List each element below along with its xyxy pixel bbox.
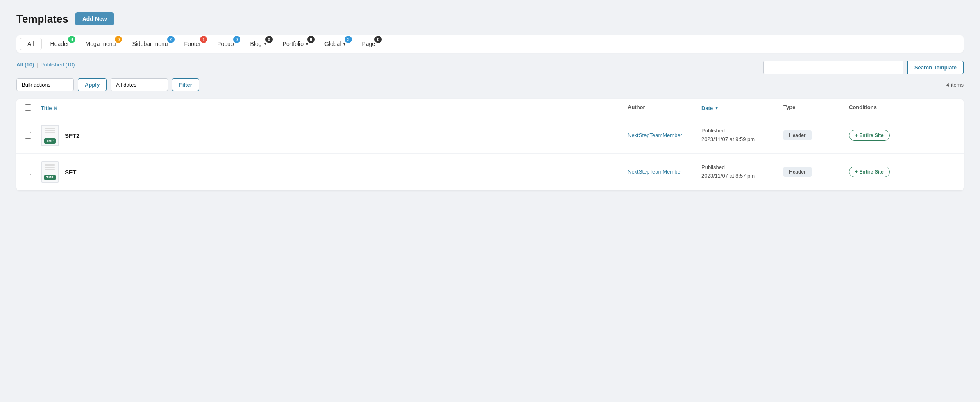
tab-badge-portfolio: 0 (307, 36, 315, 43)
tab-header[interactable]: Header4 (43, 38, 77, 50)
author-cell: NextStepTeamMember (628, 131, 701, 139)
add-new-button[interactable]: Add New (75, 12, 114, 25)
tab-sidebar-menu[interactable]: Sidebar menu2 (124, 38, 175, 50)
chevron-down-icon: ▾ (264, 42, 266, 46)
column-date[interactable]: Date ▼ (701, 104, 783, 112)
tab-badge-global: 3 (345, 36, 352, 43)
tab-label-blog: Blog (250, 41, 262, 47)
select-all-checkbox[interactable] (25, 104, 31, 111)
tab-label-footer: Footer (184, 41, 201, 47)
table-container: Title ⇅ Author Date ▼ Type Conditions TM… (16, 99, 964, 190)
tab-label-mega-menu: Mega menu (85, 41, 116, 47)
tabs-bar: AllHeader4Mega menu0Sidebar menu2Footer1… (16, 35, 964, 53)
column-conditions: Conditions (849, 104, 955, 112)
conditions-cell: + Entire Site (849, 130, 955, 141)
tab-badge-mega-menu: 0 (115, 36, 122, 43)
date-cell: Published 2023/11/07 at 9:59 pm (701, 127, 783, 144)
tab-label-portfolio: Portfolio (283, 41, 304, 47)
row-status: Published (701, 163, 783, 172)
apply-button[interactable]: Apply (78, 78, 107, 91)
type-badge: Header (783, 167, 812, 177)
author-link[interactable]: NextStepTeamMember (628, 132, 682, 138)
row-checkbox-cell (25, 169, 41, 175)
author-link[interactable]: NextStepTeamMember (628, 169, 682, 175)
row-checkbox-cell (25, 132, 41, 139)
chevron-down-icon: ▾ (306, 42, 308, 46)
row-title: SFT2 (65, 132, 80, 139)
conditions-cell: + Entire Site (849, 167, 955, 177)
title-cell: TMP SFT2 (41, 125, 628, 146)
chevron-down-icon: ▾ (343, 42, 345, 46)
tab-blog[interactable]: Blog ▾0 (243, 38, 274, 50)
condition-badge[interactable]: + Entire Site (849, 130, 890, 141)
date-sort-icon: ▼ (715, 106, 719, 110)
table-header: Title ⇅ Author Date ▼ Type Conditions (16, 99, 964, 117)
tab-global[interactable]: Global ▾3 (317, 38, 353, 50)
header-checkbox-cell (25, 104, 41, 112)
type-cell: Header (783, 167, 849, 177)
tab-label-sidebar-menu: Sidebar menu (132, 41, 168, 47)
status-separator: | (36, 62, 38, 68)
type-badge: Header (783, 130, 812, 140)
author-cell: NextStepTeamMember (628, 168, 701, 176)
tab-badge-header: 4 (68, 36, 75, 43)
date-filter-select[interactable]: All dates (111, 78, 168, 91)
tab-badge-footer: 1 (200, 36, 207, 43)
page-header: Templates Add New (16, 12, 964, 25)
row-title: SFT (65, 169, 76, 176)
filter-button[interactable]: Filter (172, 78, 199, 91)
tab-page[interactable]: Page0 (354, 38, 383, 50)
template-icon: TMP (41, 161, 59, 183)
tab-badge-blog: 0 (265, 36, 273, 43)
bulk-actions-select[interactable]: Bulk actions (16, 78, 74, 91)
row-date: 2023/11/07 at 8:57 pm (701, 172, 783, 180)
title-sort-icon: ⇅ (54, 106, 57, 110)
tab-popup[interactable]: Popup0 (209, 38, 241, 50)
tab-footer[interactable]: Footer1 (177, 38, 209, 50)
column-author: Author (628, 104, 701, 112)
template-icon: TMP (41, 125, 59, 146)
condition-badge[interactable]: + Entire Site (849, 167, 890, 177)
tab-all[interactable]: All (20, 38, 42, 50)
status-link-published[interactable]: Published (10) (41, 62, 75, 68)
items-count: 4 items (946, 82, 964, 88)
tab-badge-sidebar-menu: 2 (167, 36, 175, 43)
table-body: TMP SFT2 NextStepTeamMember Published 20… (16, 117, 964, 190)
tab-portfolio[interactable]: Portfolio ▾0 (275, 38, 316, 50)
row-checkbox[interactable] (25, 169, 31, 175)
table-row: TMP SFT NextStepTeamMember Published 202… (16, 154, 964, 190)
tmp-badge: TMP (44, 175, 56, 180)
column-type: Type (783, 104, 849, 112)
type-cell: Header (783, 130, 849, 140)
row-checkbox[interactable] (25, 132, 31, 139)
row-date: 2023/11/07 at 9:59 pm (701, 135, 783, 144)
tab-label-all: All (27, 41, 34, 47)
search-button[interactable]: Search Template (907, 61, 964, 74)
tab-badge-page: 0 (374, 36, 382, 43)
status-links: All (10) | Published (10) (16, 62, 75, 68)
row-status: Published (701, 127, 783, 135)
column-title[interactable]: Title ⇅ (41, 104, 628, 112)
date-cell: Published 2023/11/07 at 8:57 pm (701, 163, 783, 180)
filter-row: All (10) | Published (10) Search Templat… (16, 61, 964, 74)
search-area: Search Template (763, 61, 964, 74)
tmp-badge: TMP (44, 138, 56, 144)
title-cell: TMP SFT (41, 161, 628, 183)
page-title: Templates (16, 13, 68, 25)
tab-mega-menu[interactable]: Mega menu0 (77, 38, 123, 50)
table-row: TMP SFT2 NextStepTeamMember Published 20… (16, 117, 964, 154)
tab-badge-popup: 0 (233, 36, 240, 43)
tab-label-header: Header (50, 41, 69, 47)
tab-label-global: Global (324, 41, 341, 47)
status-link-all[interactable]: All (10) (16, 62, 34, 68)
search-input[interactable] (763, 61, 903, 74)
controls-row: Bulk actions Apply All dates Filter 4 it… (16, 78, 964, 91)
tab-label-popup: Popup (217, 41, 234, 47)
tab-label-page: Page (362, 41, 375, 47)
